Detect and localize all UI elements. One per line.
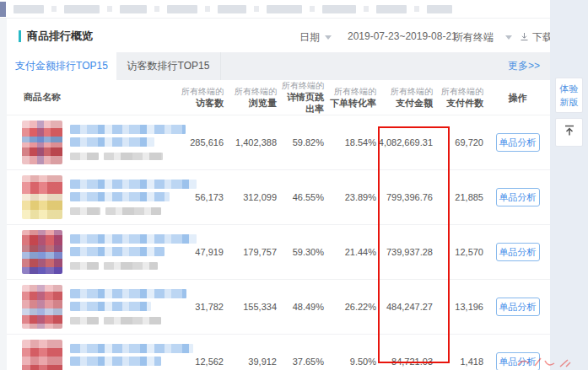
product-ranking-card: 商品排行概览 日期 2019-07-23~2019-08-21 所有终端 下载 … [7, 19, 550, 370]
table-row: 47,919 179,757 59.30% 21.44% 739,937.28 … [7, 225, 550, 280]
payment-amount-value: 739,937.28 [378, 225, 434, 280]
top-navigation-blurred [0, 0, 550, 19]
nav-edge-block [0, 2, 6, 17]
product-cell [7, 340, 181, 370]
new-version-label-line1: 体验 [556, 83, 582, 96]
product-cell [7, 121, 181, 164]
nav-item-redacted [167, 5, 197, 13]
title-accent-bar [19, 30, 21, 42]
card-header: 商品排行概览 日期 2019-07-23~2019-08-21 所有终端 下载 [7, 19, 550, 52]
header-actions: 操作 [485, 80, 550, 115]
download-button[interactable]: 下载 [520, 30, 550, 45]
tab-visitor-count-top15[interactable]: 访客数排行TOP15 [116, 52, 221, 80]
table-row: 285,616 1,402,388 59.82% 18.54% 4,082,66… [7, 115, 550, 170]
nav-separator [414, 6, 419, 12]
download-icon [520, 32, 529, 44]
bounce-rate-value: 46.55% [278, 170, 326, 225]
terminal-dropdown[interactable]: 所有终端 [453, 30, 512, 45]
product-name-redacted[interactable] [70, 125, 186, 160]
table-row: 12,562 39,912 37.65% 9.50% 84,721.03 1,4… [7, 335, 550, 370]
bounce-rate-value: 59.30% [278, 225, 326, 280]
nav-separator [205, 6, 210, 12]
conversion-rate-value: 23.89% [326, 170, 378, 225]
conversion-rate-value: 21.44% [326, 225, 378, 280]
product-thumbnail[interactable] [22, 175, 62, 219]
nav-item-redacted [13, 5, 44, 13]
ranking-table: 商品名称 所有终端的 访客数 所有终端的 浏览量 所有终端的 详情页跳出率 所有… [7, 80, 550, 370]
table-row: 56,173 312,099 46.55% 23.89% 799,396.76 … [7, 170, 550, 225]
product-name-redacted[interactable] [70, 234, 197, 270]
more-link[interactable]: 更多>> [508, 52, 540, 80]
page-title: 商品排行概览 [27, 29, 93, 44]
arrow-up-to-line-icon [563, 124, 576, 141]
nav-separator [154, 6, 159, 12]
nav-item-redacted [267, 5, 302, 13]
header-payment-items: 所有终端的 支付件数 [434, 80, 485, 115]
tab-bar: 支付金额排行TOP15 访客数排行TOP15 更多>> [7, 52, 550, 80]
product-name-redacted[interactable] [70, 289, 186, 324]
header-bounce-rate: 所有终端的 详情页跳出率 [278, 80, 326, 115]
single-item-analysis-button[interactable]: 单品分析 [496, 243, 540, 261]
date-range-value[interactable]: 2019-07-23~2019-08-21 [348, 30, 457, 42]
payment-items-value: 69,720 [434, 115, 485, 170]
section-title: 商品排行概览 [19, 29, 93, 44]
nav-separator [364, 6, 369, 12]
pageviews-value: 155,334 [225, 280, 278, 335]
product-name-redacted[interactable] [70, 180, 197, 215]
bounce-rate-value: 59.82% [278, 115, 326, 170]
payment-amount-value: 84,721.03 [378, 335, 434, 370]
payment-items-value: 1,418 [434, 335, 485, 370]
product-thumbnail[interactable] [22, 340, 62, 370]
new-version-label-line2: 新版 [556, 96, 582, 110]
single-item-analysis-button[interactable]: 单品分析 [496, 133, 540, 152]
header-pageviews: 所有终端的 浏览量 [225, 80, 278, 115]
product-cell [7, 230, 181, 274]
nav-separator [254, 6, 259, 12]
payment-items-value: 12,570 [434, 225, 485, 280]
header-payment-amount: 所有终端的 支付金额 [378, 80, 434, 115]
payment-amount-value: 4,082,669.31 [378, 115, 434, 170]
product-thumbnail[interactable] [22, 285, 62, 329]
table-header-row: 商品名称 所有终端的 访客数 所有终端的 浏览量 所有终端的 详情页跳出率 所有… [7, 80, 550, 115]
single-item-analysis-button[interactable]: 单品分析 [496, 298, 540, 316]
single-item-analysis-button[interactable]: 单品分析 [496, 188, 540, 206]
payment-items-value: 21,885 [434, 170, 485, 225]
header-product-name: 商品名称 [7, 80, 181, 115]
product-thumbnail[interactable] [22, 230, 62, 274]
product-cell [7, 175, 181, 219]
pageviews-value: 39,912 [225, 335, 278, 370]
nav-item-redacted [64, 5, 100, 13]
nav-item-redacted [120, 5, 147, 13]
nav-item-redacted [376, 5, 407, 13]
tab-payment-amount-top15[interactable]: 支付金额排行TOP15 [7, 52, 116, 80]
right-gutter [550, 0, 588, 370]
header-visitors: 所有终端的 访客数 [181, 80, 225, 115]
single-item-analysis-button[interactable]: 单品分析 [496, 352, 540, 370]
chevron-down-icon [325, 35, 332, 40]
product-cell [7, 285, 181, 329]
conversion-rate-value: 9.50% [326, 335, 378, 370]
nav-item-redacted [427, 5, 452, 13]
pageviews-value: 179,757 [225, 225, 278, 280]
payment-amount-value: 484,247.27 [378, 280, 434, 335]
experience-new-version-button[interactable]: 体验 新版 [555, 78, 583, 113]
visitors-value: 31,782 [181, 280, 225, 335]
nav-separator [51, 6, 57, 12]
conversion-rate-value: 18.54% [326, 115, 378, 170]
table-row: 31,782 155,334 48.49% 26.22% 484,247.27 … [7, 280, 550, 335]
payment-amount-value: 799,396.76 [378, 170, 434, 225]
date-dropdown[interactable]: 日期 [299, 30, 332, 45]
nav-separator [107, 6, 112, 12]
product-thumbnail[interactable] [22, 121, 62, 164]
nav-separator [310, 6, 315, 12]
nav-item-redacted [218, 5, 246, 13]
product-name-redacted[interactable] [70, 344, 193, 370]
back-to-top-button[interactable] [555, 118, 583, 147]
chevron-down-icon [505, 35, 512, 40]
payment-items-value: 13,196 [434, 280, 485, 335]
nav-item-redacted [322, 5, 356, 13]
header-conversion-rate: 所有终端的 下单转化率 [326, 80, 378, 115]
bounce-rate-value: 48.49% [278, 280, 326, 335]
pageviews-value: 312,099 [225, 170, 278, 225]
pageviews-value: 1,402,388 [225, 115, 278, 170]
